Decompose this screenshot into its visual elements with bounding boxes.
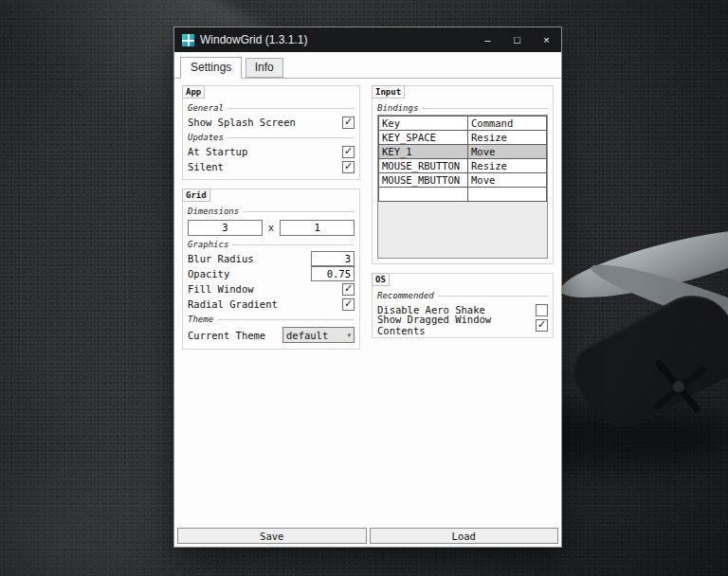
right-column: Input Bindings Key Command bbox=[372, 85, 554, 350]
show-splash-screen-label: Show Splash Screen bbox=[188, 117, 296, 128]
binding-row[interactable]: MOUSE_MBUTTON Move bbox=[379, 173, 547, 188]
dimensions-row: x bbox=[188, 218, 355, 237]
tab-strip: Settings Info bbox=[174, 52, 561, 79]
tab-info[interactable]: Info bbox=[246, 58, 283, 78]
binding-key-cell[interactable]: MOUSE_MBUTTON bbox=[379, 173, 468, 188]
binding-key-cell[interactable]: KEY_1 bbox=[379, 145, 468, 159]
recommended-subheading: Recommended bbox=[377, 291, 548, 300]
binding-command-cell[interactable] bbox=[468, 188, 547, 202]
opacity-label: Opacity bbox=[188, 268, 229, 279]
binding-row[interactable]: KEY_1 Move bbox=[379, 145, 547, 159]
opacity-input[interactable] bbox=[311, 266, 355, 281]
grid-columns-input[interactable] bbox=[188, 220, 263, 236]
show-dragged-window-contents-checkbox[interactable] bbox=[536, 319, 548, 332]
binding-row-empty[interactable] bbox=[379, 188, 547, 202]
theme-subheading: Theme bbox=[188, 315, 355, 324]
save-button[interactable]: Save bbox=[177, 528, 367, 544]
general-subheading: General bbox=[188, 103, 355, 113]
silent-label: Silent bbox=[188, 161, 224, 172]
left-column: App General Show Splash Screen Updates A… bbox=[182, 85, 360, 350]
dimensions-subheading: Dimensions bbox=[188, 207, 355, 216]
silent-checkbox[interactable] bbox=[342, 161, 355, 173]
bindings-list[interactable]: Key Command KEY_SPACE Resize K bbox=[377, 115, 548, 259]
bindings-header-row: Key Command bbox=[379, 117, 547, 131]
updates-subheading: Updates bbox=[188, 133, 355, 142]
blur-radius-label: Blur Radius bbox=[188, 253, 254, 264]
window-title: WindowGrid (1.3.1.1) bbox=[200, 33, 473, 46]
binding-row[interactable]: MOUSE_RBUTTON Resize bbox=[379, 159, 547, 173]
fill-window-row: Fill Window bbox=[188, 281, 355, 297]
graphics-subheading: Graphics bbox=[188, 240, 355, 249]
bindings-subheading: Bindings bbox=[377, 103, 548, 113]
radial-gradient-label: Radial Gradient bbox=[188, 298, 278, 310]
theme-select[interactable]: default ▾ bbox=[282, 327, 355, 343]
input-group: Input Bindings Key Command bbox=[372, 85, 554, 264]
binding-command-cell[interactable]: Resize bbox=[468, 131, 547, 145]
theme-selected-value: default bbox=[286, 330, 328, 341]
bindings-col-command[interactable]: Command bbox=[468, 117, 547, 131]
input-group-title: Input bbox=[372, 85, 405, 99]
current-theme-label: Current Theme bbox=[188, 330, 265, 341]
chevron-down-icon: ▾ bbox=[347, 332, 351, 339]
silent-row: Silent bbox=[188, 159, 355, 174]
settings-content: App General Show Splash Screen Updates A… bbox=[174, 79, 561, 356]
maximize-button[interactable]: □ bbox=[502, 27, 532, 52]
bindings-table: Key Command KEY_SPACE Resize K bbox=[378, 116, 547, 202]
show-splash-screen-checkbox[interactable] bbox=[342, 117, 355, 129]
binding-command-cell[interactable]: Move bbox=[468, 145, 547, 159]
binding-command-cell[interactable]: Resize bbox=[468, 159, 547, 173]
window-controls: – □ × bbox=[473, 27, 561, 52]
opacity-row: Opacity bbox=[188, 266, 355, 281]
at-startup-row: At Startup bbox=[188, 144, 355, 159]
binding-command-cell[interactable]: Move bbox=[468, 173, 547, 188]
current-theme-row: Current Theme default ▾ bbox=[188, 326, 355, 344]
binding-row[interactable]: KEY_SPACE Resize bbox=[379, 131, 547, 145]
load-button[interactable]: Load bbox=[370, 528, 559, 544]
app-group: App General Show Splash Screen Updates A… bbox=[182, 85, 360, 180]
fill-window-checkbox[interactable] bbox=[342, 283, 355, 296]
os-group-title: OS bbox=[372, 273, 390, 286]
grid-rows-input[interactable] bbox=[280, 220, 355, 236]
windowgrid-window: WindowGrid (1.3.1.1) – □ × Settings Info… bbox=[173, 27, 562, 548]
app-icon bbox=[182, 34, 194, 46]
titlebar[interactable]: WindowGrid (1.3.1.1) – □ × bbox=[174, 27, 561, 52]
grid-group-title: Grid bbox=[182, 189, 210, 202]
show-splash-screen-row: Show Splash Screen bbox=[188, 115, 355, 130]
at-startup-label: At Startup bbox=[188, 146, 247, 157]
binding-key-cell[interactable]: KEY_SPACE bbox=[379, 131, 468, 145]
footer-buttons: Save Load bbox=[177, 528, 558, 544]
tab-settings[interactable]: Settings bbox=[180, 57, 242, 79]
close-button[interactable]: × bbox=[532, 27, 561, 52]
fill-window-label: Fill Window bbox=[188, 283, 254, 295]
show-dragged-window-contents-row: Show Dragged Window Contents bbox=[377, 317, 548, 333]
binding-key-cell[interactable] bbox=[379, 188, 468, 202]
binding-key-cell[interactable]: MOUSE_RBUTTON bbox=[379, 159, 468, 173]
show-dragged-window-contents-label: Show Dragged Window Contents bbox=[377, 314, 536, 336]
window-body: Settings Info App General Show Splash Sc… bbox=[174, 52, 561, 547]
dimensions-separator: x bbox=[268, 222, 274, 233]
blur-radius-input[interactable] bbox=[311, 251, 355, 266]
radial-gradient-checkbox[interactable] bbox=[342, 298, 355, 311]
grid-group: Grid Dimensions x Graphics Blur Radius O… bbox=[182, 189, 360, 350]
at-startup-checkbox[interactable] bbox=[342, 146, 355, 158]
bindings-col-key[interactable]: Key bbox=[379, 117, 468, 131]
radial-gradient-row: Radial Gradient bbox=[188, 297, 355, 312]
blur-radius-row: Blur Radius bbox=[188, 251, 355, 266]
minimize-button[interactable]: – bbox=[473, 27, 502, 52]
app-group-title: App bbox=[182, 85, 205, 99]
disable-aero-shake-checkbox[interactable] bbox=[536, 304, 548, 316]
os-group: OS Recommended Disable Aero Shake Show D… bbox=[372, 273, 554, 338]
